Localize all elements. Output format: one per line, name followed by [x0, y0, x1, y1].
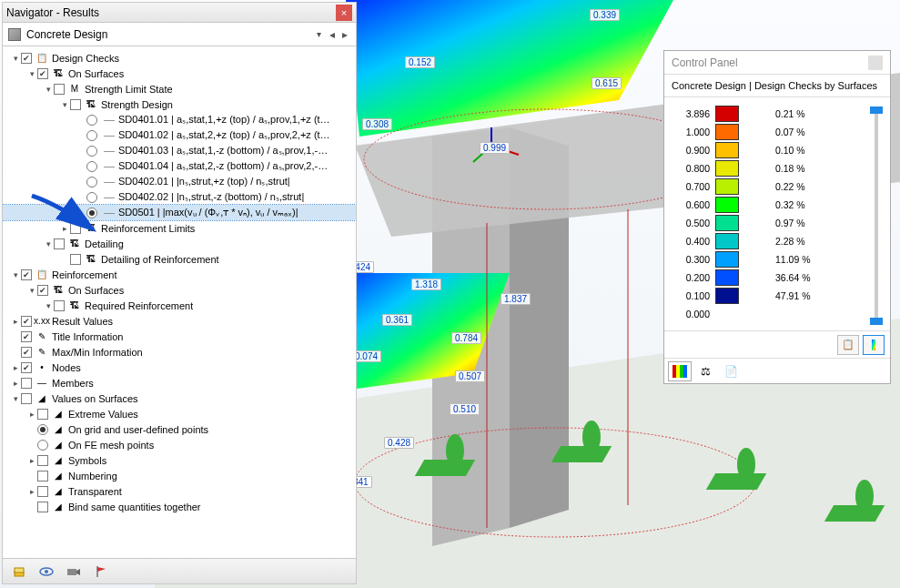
checkbox[interactable] — [21, 316, 32, 327]
nav-prev-icon[interactable]: ◂ — [327, 28, 338, 41]
tree-row[interactable]: ▾📋Design Checks — [3, 50, 356, 66]
legend-color-chip[interactable] — [715, 197, 739, 213]
navigator-titlebar[interactable]: Navigator - Results × — [3, 3, 356, 23]
tree-row[interactable]: —SD0401.01 | aₛ,stat,1,+z (top) / aₛ,pro… — [3, 112, 356, 127]
caret-icon[interactable]: ▾ — [43, 301, 54, 310]
caret-icon[interactable]: ▾ — [10, 270, 21, 279]
flag-icon[interactable] — [88, 562, 114, 582]
checkbox[interactable] — [70, 254, 81, 265]
minimize-icon[interactable] — [868, 56, 883, 70]
tree-row[interactable]: ▾MStrength Limit State — [3, 81, 356, 96]
tree-row[interactable]: ✎Max/Min Information — [3, 344, 356, 360]
tree-row[interactable]: ▸🏗Reinforcement Limits — [3, 220, 356, 236]
checkbox[interactable] — [54, 84, 65, 95]
radio[interactable] — [86, 177, 97, 188]
caret-icon[interactable]: ▸ — [10, 363, 21, 372]
tree-row[interactable]: ▸◢Extreme Values — [3, 406, 356, 421]
tree-row[interactable]: ◢On FE mesh points — [3, 437, 356, 452]
tree-row[interactable]: ◢On grid and user-defined points — [3, 421, 356, 437]
tree-row[interactable]: ▾🏗Required Reinforcement — [3, 298, 356, 313]
control-panel-titlebar[interactable]: Control Panel — [664, 51, 890, 75]
checkbox[interactable] — [70, 223, 81, 234]
checkbox[interactable] — [54, 300, 65, 311]
tree-row[interactable]: ◢Bind same quantities together — [3, 499, 356, 514]
tree-row[interactable]: ▾🏗Strength Design — [3, 96, 356, 112]
tree-row[interactable]: —SD0501 | |max(vᵤ / (Φᵥ,ᴛ * vₙ), vᵤ / vₘ… — [3, 205, 356, 220]
checkbox[interactable] — [21, 393, 32, 404]
caret-icon[interactable]: ▸ — [26, 487, 37, 496]
tree-row[interactable]: ▾🏗On Surfaces — [3, 66, 356, 81]
caret-icon[interactable]: ▾ — [10, 394, 21, 403]
caret-icon[interactable]: ▾ — [43, 85, 54, 94]
radio[interactable] — [86, 161, 97, 172]
legend-range-slider[interactable] — [870, 106, 883, 325]
checkbox[interactable] — [21, 378, 32, 389]
caret-icon[interactable]: ▸ — [26, 410, 37, 419]
tree-row[interactable]: ▾🏗Detailing — [3, 236, 356, 251]
tree-row[interactable]: ▸x.xxResult Values — [3, 313, 356, 329]
caret-icon[interactable]: ▸ — [10, 379, 21, 388]
navigator-mode-selector[interactable]: Concrete Design ▾ ◂ ▸ — [3, 23, 356, 46]
checkbox[interactable] — [37, 502, 48, 512]
tree-row[interactable]: ▾📋Reinforcement — [3, 267, 356, 282]
radio[interactable] — [37, 424, 48, 435]
tree-row[interactable]: ▸—Members — [3, 375, 356, 390]
checkbox[interactable] — [21, 331, 32, 342]
nav-next-icon[interactable]: ▸ — [339, 28, 350, 41]
radio[interactable] — [86, 208, 97, 218]
checkbox[interactable] — [70, 99, 81, 110]
caret-icon[interactable]: ▸ — [10, 317, 21, 326]
clipboard-icon[interactable]: 📋 — [837, 335, 859, 355]
legend-color-chip[interactable] — [715, 178, 739, 195]
scale-settings-icon[interactable] — [863, 335, 885, 355]
caret-icon[interactable]: ▾ — [10, 54, 21, 63]
legend-color-chip[interactable] — [715, 106, 739, 122]
caret-icon[interactable]: ▾ — [26, 69, 37, 78]
tree-row[interactable]: ✎Title Information — [3, 329, 356, 344]
checkbox[interactable] — [21, 269, 32, 280]
checkbox[interactable] — [37, 409, 48, 420]
checkbox[interactable] — [21, 362, 32, 373]
radio[interactable] — [37, 440, 48, 451]
legend-color-chip[interactable] — [715, 215, 739, 231]
layers-icon[interactable] — [6, 562, 32, 582]
tree-row[interactable]: ▸◢Symbols — [3, 452, 356, 468]
radio[interactable] — [86, 130, 97, 141]
camera-icon[interactable] — [61, 562, 86, 582]
tree-row[interactable]: ▸•Nodes — [3, 360, 356, 375]
checkbox[interactable] — [37, 455, 48, 466]
tree-row[interactable]: —SD0402.02 | |nₛ,strut,-z (bottom) / nₛ,… — [3, 189, 356, 205]
eye-icon[interactable] — [34, 562, 59, 582]
navigator-tree[interactable]: ▾📋Design Checks▾🏗On Surfaces▾MStrength L… — [3, 46, 356, 556]
caret-icon[interactable]: ▾ — [26, 286, 37, 295]
legend-color-chip[interactable] — [715, 269, 739, 286]
radio[interactable] — [86, 192, 97, 203]
tree-row[interactable]: ▸◢Transparent — [3, 483, 356, 499]
tree-row[interactable]: ◢Numbering — [3, 468, 356, 483]
chevron-down-icon[interactable]: ▾ — [317, 29, 321, 39]
legend-color-chip[interactable] — [715, 124, 739, 140]
tree-row[interactable]: —SD0402.01 | |nₛ,strut,+z (top) / nₛ,str… — [3, 174, 356, 189]
legend-color-chip[interactable] — [715, 160, 739, 177]
checkbox[interactable] — [37, 486, 48, 497]
caret-icon[interactable]: ▾ — [43, 239, 54, 248]
tree-row[interactable]: ▾◢Values on Surfaces — [3, 390, 356, 406]
caret-icon[interactable]: ▸ — [26, 456, 37, 465]
tab-balance[interactable]: ⚖ — [693, 361, 717, 381]
tree-row[interactable]: ▾🏗On Surfaces — [3, 282, 356, 298]
checkbox[interactable] — [21, 347, 32, 358]
legend-color-chip[interactable] — [715, 251, 739, 268]
tree-row[interactable]: 🏗Detailing of Reinforcement — [3, 251, 356, 267]
close-icon[interactable]: × — [336, 5, 352, 21]
checkbox[interactable] — [37, 68, 48, 79]
caret-icon[interactable]: ▾ — [59, 100, 70, 109]
legend-color-chip[interactable] — [715, 233, 739, 249]
tree-row[interactable]: —SD0401.04 | aₛ,stat,2,-z (bottom) / aₛ,… — [3, 158, 356, 174]
checkbox[interactable] — [37, 285, 48, 296]
caret-icon[interactable]: ▸ — [59, 224, 70, 233]
legend-color-chip[interactable] — [715, 142, 739, 158]
tab-colorscale[interactable] — [668, 361, 692, 381]
tree-row[interactable]: —SD0401.02 | aₛ,stat,2,+z (top) / aₛ,pro… — [3, 127, 356, 143]
radio[interactable] — [86, 146, 97, 157]
tab-document[interactable]: 📄 — [719, 361, 743, 381]
